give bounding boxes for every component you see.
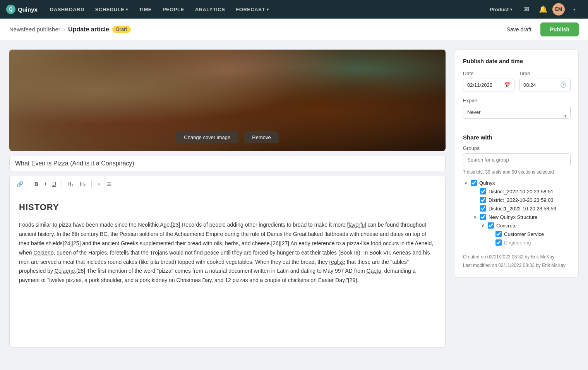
tree-node-label: Engineering xyxy=(504,240,531,246)
tree-children-l1: · District_2022-10-20 23:58:51 · Distric… xyxy=(463,187,571,247)
bold-button[interactable]: B xyxy=(32,179,41,189)
expire-label: Expire xyxy=(463,98,571,103)
clock-icon: 🕐 xyxy=(560,82,566,88)
publish-button[interactable]: Publish xyxy=(540,22,579,36)
time-label: Time xyxy=(519,71,571,76)
new-quinyx-checkbox[interactable] xyxy=(480,214,486,220)
tree-node-label: Customer Service xyxy=(504,231,544,237)
main-layout: Change cover image Remove 🔗 B I U H₁ H₂ … xyxy=(0,40,588,357)
chevron-down-icon: ▾ xyxy=(267,7,269,12)
breadcrumb-current: Update article xyxy=(68,26,109,33)
selection-count: 7 districts, 39 units and 90 sections se… xyxy=(463,169,571,175)
logo[interactable]: Q Quinyx xyxy=(6,5,38,14)
nav-dashboard[interactable]: DASHBOARD xyxy=(45,0,89,19)
tree-row: ∨ New Quinyx Structure xyxy=(472,213,571,221)
toolbar-separator xyxy=(29,180,29,188)
article-area: Change cover image Remove 🔗 B I U H₁ H₂ … xyxy=(9,50,446,348)
tree-node-label: District_2022-10-20 23:58:51 xyxy=(489,189,554,194)
calendar-icon: 📅 xyxy=(504,82,510,88)
district1-checkbox[interactable] xyxy=(480,188,486,194)
tree-row: · Engineering xyxy=(488,238,571,247)
date-label: Date xyxy=(463,71,514,76)
underline-button[interactable]: U xyxy=(50,179,58,189)
expire-wrap: Never After 1 day After 1 week After 1 m… xyxy=(463,106,571,126)
publish-panel: Publish date and time Date 02/11/2022 📅 … xyxy=(455,50,579,278)
tree-node-label: Quinyx xyxy=(479,180,495,186)
tree-node-label: District1_2022-10-20 23:58:53 xyxy=(489,206,556,212)
publish-panel-title: Publish date and time xyxy=(463,58,571,64)
tree-row: · District_2022-10-20 23:59:03 xyxy=(472,196,571,204)
nav-analytics[interactable]: ANALYTICS xyxy=(190,0,230,19)
h2-button[interactable]: H₂ xyxy=(77,179,88,189)
logo-text: Quinyx xyxy=(18,6,38,13)
chevron-down-icon: ▾ xyxy=(510,7,512,12)
save-draft-button[interactable]: Save draft xyxy=(501,23,538,36)
avatar[interactable]: EM xyxy=(552,3,565,15)
cover-image-overlay: Change cover image Remove xyxy=(9,50,446,151)
meta-info: Created on 02/11/2022 08:32 by Erik McKa… xyxy=(463,253,571,270)
change-cover-button[interactable]: Change cover image xyxy=(176,131,238,143)
mail-icon[interactable]: ✉ xyxy=(518,0,534,19)
collapse-icon[interactable]: ∨ xyxy=(472,214,478,220)
status-badge: Draft xyxy=(112,26,131,33)
content-heading: HISTORY xyxy=(19,200,436,214)
ordered-list-button[interactable]: ≡ xyxy=(95,179,103,189)
date-time-row: Date 02/11/2022 📅 Time 08:24 🕐 xyxy=(463,71,571,91)
logo-icon: Q xyxy=(6,5,15,14)
unordered-list-button[interactable]: ☰ xyxy=(105,179,114,189)
toolbar-separator xyxy=(62,180,62,188)
remove-cover-button[interactable]: Remove xyxy=(244,131,278,143)
breadcrumb-separator: › xyxy=(63,26,65,32)
italic-button[interactable]: I xyxy=(42,179,48,189)
chevron-down-icon: ▾ xyxy=(126,7,128,12)
article-title-input[interactable] xyxy=(9,156,446,171)
group-search-input[interactable] xyxy=(463,153,571,166)
editor-toolbar: 🔗 B I U H₁ H₂ ≡ ☰ xyxy=(10,176,445,192)
collapse-icon[interactable]: ∨ xyxy=(463,180,468,186)
customer-service-checkbox[interactable] xyxy=(495,231,502,237)
breadcrumb-parent[interactable]: Newsfeed publisher xyxy=(9,26,60,33)
tree-node-label: Concrete xyxy=(496,223,517,229)
nav-people[interactable]: PEOPLE xyxy=(158,0,189,19)
district3-checkbox[interactable] xyxy=(480,205,486,212)
cover-image-container: Change cover image Remove xyxy=(9,50,446,151)
quinyx-checkbox[interactable] xyxy=(471,180,477,186)
groups-tree: ∨ Quinyx · District_2022-10-20 23:58:51 … xyxy=(463,179,571,247)
district2-checkbox[interactable] xyxy=(480,197,486,203)
breadcrumb-bar: Newsfeed publisher › Update article Draf… xyxy=(0,19,588,40)
toolbar-separator xyxy=(91,180,92,188)
content-body: Foods similar to pizza have been made si… xyxy=(19,220,436,285)
h1-button[interactable]: H₁ xyxy=(65,179,76,189)
top-navigation: Q Quinyx DASHBOARD SCHEDULE ▾ TIME PEOPL… xyxy=(0,0,588,19)
nav-forecast[interactable]: FORECAST ▾ xyxy=(231,0,273,19)
tree-children-l3: · Customer Service · Engineering xyxy=(480,230,571,247)
date-field-wrap: Date 02/11/2022 📅 xyxy=(463,71,514,91)
editor-content[interactable]: HISTORY Foods similar to pizza have been… xyxy=(10,192,445,347)
tree-children-l2: ∨ Concrete · Customer Service · xyxy=(472,221,571,247)
tree-row: ∨ Quinyx xyxy=(463,179,571,187)
time-input[interactable]: 08:24 🕐 xyxy=(519,79,571,91)
tree-row: · District_2022-10-20 23:58:51 xyxy=(472,187,571,196)
concrete-checkbox[interactable] xyxy=(488,222,494,229)
tree-row: ∨ Concrete xyxy=(480,221,571,230)
nav-time[interactable]: TIME xyxy=(134,0,156,19)
collapse-icon[interactable]: ∨ xyxy=(480,223,485,228)
tree-row: · Customer Service xyxy=(488,230,571,238)
modified-meta: Last modified on 02/11/2022 08:32 by Eri… xyxy=(463,262,571,270)
date-input[interactable]: 02/11/2022 📅 xyxy=(463,79,514,91)
expire-select[interactable]: Never After 1 day After 1 week After 1 m… xyxy=(463,106,571,119)
groups-label: Groups xyxy=(463,145,571,151)
time-field-wrap: Time 08:24 🕐 xyxy=(519,71,571,91)
bell-icon[interactable]: 🔔 xyxy=(535,0,551,19)
created-meta: Created on 02/11/2022 08:32 by Erik McKa… xyxy=(463,253,571,262)
right-panel: Publish date and time Date 02/11/2022 📅 … xyxy=(455,50,579,278)
engineering-checkbox[interactable] xyxy=(495,239,502,246)
dropdown-icon[interactable]: ▾ xyxy=(566,0,582,19)
link-button[interactable]: 🔗 xyxy=(14,179,26,189)
editor-container: 🔗 B I U H₁ H₂ ≡ ☰ HISTORY Foods similar … xyxy=(9,176,446,348)
nav-product[interactable]: Product ▾ xyxy=(485,0,517,19)
nav-schedule[interactable]: SCHEDULE ▾ xyxy=(91,0,133,19)
tree-node-label: New Quinyx Structure xyxy=(489,214,537,220)
tree-node-label: District_2022-10-20 23:59:03 xyxy=(489,197,554,203)
share-with-title: Share with xyxy=(463,134,571,141)
